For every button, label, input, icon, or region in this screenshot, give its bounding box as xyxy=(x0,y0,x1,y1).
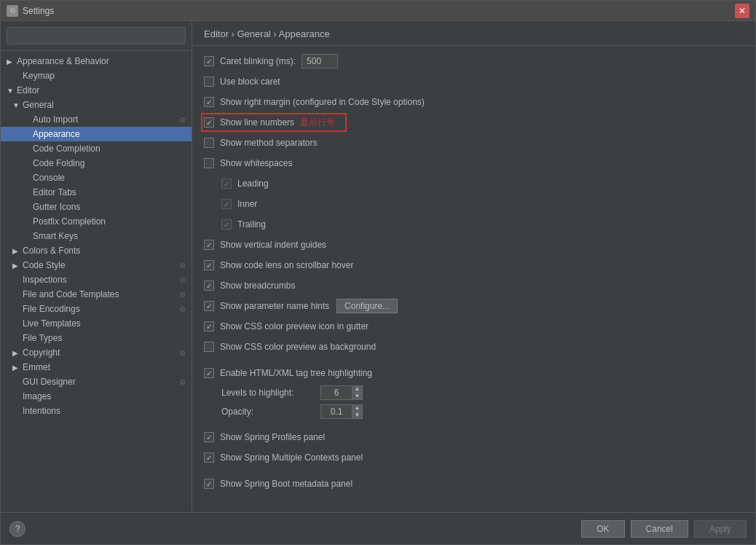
sidebar-item-file-types[interactable]: File Types xyxy=(1,331,192,345)
show-right-margin-checkbox[interactable] xyxy=(204,97,214,107)
settings-icon: ⚙ xyxy=(179,349,186,357)
arrow-icon: ▼ xyxy=(7,87,14,95)
sidebar-item-auto-import[interactable]: Auto Import ⚙ xyxy=(1,112,192,127)
breadcrumb: Editor › General › Appearance xyxy=(192,21,755,46)
show-right-margin-row: Show right margin (configured in Code St… xyxy=(204,94,744,110)
opacity-spinner: ▲ ▼ xyxy=(320,404,363,419)
show-spring-multiple-row: Show Spring Multiple Contexts panel xyxy=(204,450,744,466)
sidebar-item-label: Live Templates xyxy=(23,318,81,329)
sidebar-item-postfix-completion[interactable]: Postfix Completion xyxy=(1,214,192,229)
show-whitespaces-checkbox[interactable] xyxy=(204,158,214,168)
show-spring-boot-checkbox[interactable] xyxy=(204,479,214,489)
show-spring-boot-label: Show Spring Boot metadata panel xyxy=(220,479,353,489)
sidebar-item-label: Auto Import xyxy=(33,114,78,125)
sidebar-item-label: Editor xyxy=(17,85,39,95)
show-line-numbers-row: Show line numbers 显示行号 xyxy=(204,114,744,130)
arrow-icon: ▶ xyxy=(7,58,14,66)
sidebar-item-colors-fonts[interactable]: ▶ Colors & Fonts xyxy=(1,243,192,258)
levels-increment-button[interactable]: ▲ xyxy=(353,385,363,393)
use-block-caret-checkbox[interactable] xyxy=(204,77,214,87)
sidebar-item-code-style[interactable]: ▶ Code Style ⚙ xyxy=(1,258,192,272)
settings-icon: ⚙ xyxy=(179,291,186,299)
footer-right: OK Cancel Apply xyxy=(581,520,747,538)
show-breadcrumbs-checkbox[interactable] xyxy=(204,281,214,291)
help-button[interactable]: ? xyxy=(9,521,25,537)
caret-blinking-row: Caret blinking (ms): xyxy=(204,53,744,69)
sidebar: ▶ Appearance & Behavior Keymap ▼ Editor … xyxy=(1,21,192,512)
leading-label: Leading xyxy=(237,179,269,189)
sidebar-item-editor[interactable]: ▼ Editor xyxy=(1,83,192,98)
show-spring-profiles-checkbox[interactable] xyxy=(204,432,214,442)
breadcrumb-text: Editor › General › Appearance xyxy=(204,28,330,39)
sidebar-item-file-code-templates[interactable]: File and Code Templates ⚙ xyxy=(1,287,192,302)
sidebar-item-label: Copyright xyxy=(23,348,60,358)
sidebar-item-appearance-behavior[interactable]: ▶ Appearance & Behavior xyxy=(1,54,192,68)
show-vertical-indent-label: Show vertical indent guides xyxy=(220,240,326,250)
opacity-input[interactable] xyxy=(320,404,353,419)
caret-blinking-label: Caret blinking (ms): xyxy=(220,56,296,66)
show-parameter-hints-label: Show parameter name hints xyxy=(220,301,329,311)
settings-window: ⚙ Settings ✕ ▶ Appearance & Behavior Key… xyxy=(0,0,756,545)
opacity-spinner-buttons: ▲ ▼ xyxy=(353,404,363,419)
inner-checkbox[interactable] xyxy=(221,199,232,209)
levels-to-highlight-row: Levels to highlight: ▲ ▼ xyxy=(204,385,744,400)
show-vertical-indent-checkbox[interactable] xyxy=(204,240,214,250)
inner-row: Inner xyxy=(204,196,744,212)
sidebar-item-appearance[interactable]: Appearance xyxy=(1,127,192,141)
sidebar-item-intentions[interactable]: Intentions xyxy=(1,404,192,418)
show-method-separators-checkbox[interactable] xyxy=(204,138,214,148)
show-css-color-icon-row: Show CSS color preview icon in gutter xyxy=(204,318,744,334)
settings-icon: ⚙ xyxy=(179,276,186,284)
trailing-checkbox[interactable] xyxy=(221,219,232,230)
cancel-button[interactable]: Cancel xyxy=(631,520,688,538)
configure-button[interactable]: Configure... xyxy=(336,299,398,313)
show-spring-multiple-label: Show Spring Multiple Contexts panel xyxy=(220,452,363,463)
show-code-lens-checkbox[interactable] xyxy=(204,260,214,270)
show-css-color-icon-checkbox[interactable] xyxy=(204,321,214,332)
show-parameter-hints-row: Show parameter name hints Configure... xyxy=(204,298,744,314)
sidebar-item-gutter-icons[interactable]: Gutter Icons xyxy=(1,200,192,214)
sidebar-item-emmet[interactable]: ▶ Emmet xyxy=(1,360,192,375)
close-button[interactable]: ✕ xyxy=(735,4,749,18)
show-code-lens-row: Show code lens on scrollbar hover xyxy=(204,257,744,273)
show-css-color-bg-checkbox[interactable] xyxy=(204,342,214,352)
sidebar-item-console[interactable]: Console xyxy=(1,170,192,185)
show-spring-multiple-checkbox[interactable] xyxy=(204,452,214,463)
enable-html-highlighting-checkbox[interactable] xyxy=(204,368,214,378)
sidebar-item-label: File and Code Templates xyxy=(23,289,119,299)
sidebar-item-code-completion[interactable]: Code Completion xyxy=(1,141,192,156)
sidebar-item-label: Emmet xyxy=(23,362,50,372)
sidebar-item-label: Editor Tabs xyxy=(33,187,76,197)
levels-decrement-button[interactable]: ▼ xyxy=(353,393,363,400)
sidebar-item-label: Appearance & Behavior xyxy=(17,56,109,66)
settings-icon: ⚙ xyxy=(179,305,186,313)
enable-html-highlighting-label: Enable HTML/XML tag tree highlighting xyxy=(220,368,372,378)
sidebar-item-live-templates[interactable]: Live Templates xyxy=(1,316,192,331)
sidebar-item-file-encodings[interactable]: File Encodings ⚙ xyxy=(1,302,192,316)
show-parameter-hints-checkbox[interactable] xyxy=(204,301,214,311)
settings-icon: ⚙ xyxy=(179,378,186,386)
opacity-increment-button[interactable]: ▲ xyxy=(353,404,363,412)
caret-blinking-input[interactable] xyxy=(302,54,338,68)
arrow-icon: ▶ xyxy=(12,247,20,255)
show-css-color-bg-label: Show CSS color preview as background xyxy=(220,342,376,352)
sidebar-item-code-folding[interactable]: Code Folding xyxy=(1,156,192,170)
sidebar-item-gui-designer[interactable]: GUI Designer ⚙ xyxy=(1,375,192,389)
caret-blinking-checkbox[interactable] xyxy=(204,56,214,66)
show-line-numbers-checkbox[interactable] xyxy=(204,117,214,128)
leading-checkbox[interactable] xyxy=(221,179,232,189)
title-bar: ⚙ Settings ✕ xyxy=(1,1,755,21)
opacity-label: Opacity: xyxy=(221,407,309,417)
sidebar-item-copyright[interactable]: ▶ Copyright ⚙ xyxy=(1,345,192,360)
sidebar-item-editor-tabs[interactable]: Editor Tabs xyxy=(1,185,192,200)
search-input[interactable] xyxy=(7,27,186,44)
sidebar-item-images[interactable]: Images xyxy=(1,389,192,404)
sidebar-item-general[interactable]: ▼ General xyxy=(1,98,192,112)
opacity-decrement-button[interactable]: ▼ xyxy=(353,412,363,419)
levels-input[interactable] xyxy=(320,385,353,400)
sidebar-item-inspections[interactable]: Inspections ⚙ xyxy=(1,272,192,287)
sidebar-item-keymap[interactable]: Keymap xyxy=(1,68,192,83)
apply-button[interactable]: Apply xyxy=(694,520,747,538)
ok-button[interactable]: OK xyxy=(581,520,624,538)
sidebar-item-smart-keys[interactable]: Smart Keys xyxy=(1,229,192,243)
